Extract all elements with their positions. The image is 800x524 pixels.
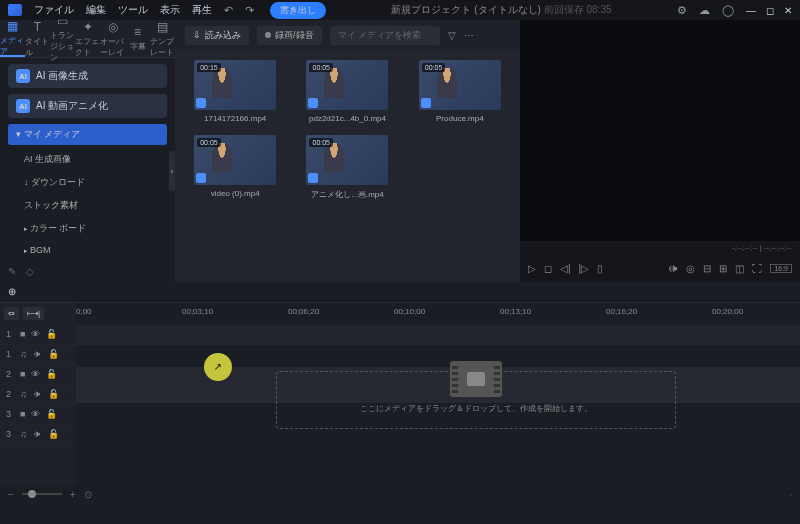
maximize-icon[interactable]: ◻ [766,5,774,16]
lock-icon[interactable]: 🔓 [48,389,59,399]
ai-icon: AI [16,99,30,113]
sidebar-item-ai-images[interactable]: AI 生成画像 [8,149,167,170]
minimize-icon[interactable]: — [746,5,756,16]
lock-icon[interactable]: 🔓 [46,409,57,419]
media-clip[interactable]: 00:151714172166.mp4 [185,60,285,123]
menu-play[interactable]: 再生 [192,3,212,17]
ruler-tick: 00;06;20 [288,307,319,316]
track-header[interactable]: 1♫🕩🔓 [0,345,76,365]
media-clip[interactable]: 00:05pdz2d21c...4b_0.mp4 [297,60,397,123]
filter-icon[interactable]: ▽ [448,30,456,41]
preview-panel: -;--;--;-- | --;--;--;-- ▷ ◻ ◁| |▷ ▯ 🕪 ◎… [520,20,800,282]
aspect-ratio[interactable]: 16:9 [770,264,792,273]
record-button[interactable]: 録画/録音 [257,26,322,45]
menu-tools[interactable]: ツール [118,3,148,17]
undo-icon[interactable]: ↶ [224,4,233,17]
lock-icon[interactable]: 🔓 [46,329,57,339]
track-header[interactable]: 3♫🕩🔓 [0,425,76,445]
visibility-icon[interactable]: 🕩 [33,429,42,439]
prev-frame-icon[interactable]: ◁| [560,263,571,274]
track-header[interactable]: 2♫🕩🔓 [0,385,76,405]
sidebar-item-bgm[interactable]: BGM [8,241,167,259]
pen-icon[interactable]: ✎ [8,266,16,277]
ai-image-gen-button[interactable]: AIAI 画像生成 [8,64,167,88]
more-icon[interactable]: ⋯ [464,30,474,41]
sidebar-item-downloads[interactable]: ↓ ダウンロード [8,172,167,193]
timeline-mode-button[interactable]: ⇔ [4,307,19,320]
audio-track-icon: ♫ [20,389,27,399]
sidebar-item-stock[interactable]: ストック素材 [8,195,167,216]
grid-icon[interactable]: ⊞ [719,263,727,274]
clip-badge [196,98,206,108]
timeline-dropzone[interactable]: ここにメディアをドラッグ＆ドロップして、作成を開始します。 [276,371,676,429]
clip-thumbnail: 00:05 [306,135,388,185]
menu-edit[interactable]: 編集 [86,3,106,17]
media-clip[interactable]: 00:05video (0).mp4 [185,135,285,200]
lock-icon[interactable]: 🔓 [46,369,57,379]
clip-filename: Produce.mp4 [436,114,484,123]
preview-canvas[interactable] [520,20,800,241]
magnet-button[interactable]: ⟼| [23,307,44,320]
sidebar-item-colorboard[interactable]: カラー ボード [8,218,167,239]
timeline-canvas[interactable]: 0;0000;03;1000;06;2000;10;0000;13;1000;1… [76,303,800,485]
ruler-tick: 00;10;00 [394,307,425,316]
tab-テンプレート[interactable]: ▤テンプレート [150,20,175,57]
visibility-icon[interactable]: 👁 [31,409,40,419]
zoom-fit-icon[interactable]: ⊙ [84,489,92,500]
redo-icon[interactable]: ↷ [245,4,254,17]
track-header[interactable]: 1■👁🔓 [0,325,76,345]
visibility-icon[interactable]: 👁 [31,329,40,339]
cloud-icon[interactable]: ☁ [699,4,710,17]
zoom-out-icon[interactable]: − [8,489,14,500]
tab-トランジション[interactable]: ▭トランジション [50,20,75,57]
clip-filename: アニメ化し...画.mp4 [311,189,383,200]
zoom-slider[interactable] [22,493,62,495]
tab-エフェクト[interactable]: ✦エフェクト [75,20,100,57]
track-header[interactable]: 3■👁🔓 [0,405,76,425]
timeline-ruler[interactable]: 0;0000;03;1000;06;2000;10;0000;13;1000;1… [76,303,800,325]
visibility-icon[interactable]: 🕩 [33,389,42,399]
tab-字幕[interactable]: ≡字幕 [125,20,150,57]
menu-file[interactable]: ファイル [34,3,74,17]
tab-メディア[interactable]: ▦メディア [0,20,25,57]
fastfwd-icon[interactable]: ▯ [597,263,603,274]
visibility-icon[interactable]: 👁 [31,369,40,379]
menu-view[interactable]: 表示 [160,3,180,17]
tab-タイトル[interactable]: Tタイトル [25,20,50,57]
account-icon[interactable]: ◯ [722,4,734,17]
clip-badge [421,98,431,108]
preview-timecode: -;--;--;-- | --;--;--;-- [520,241,800,254]
tab-icon: ▤ [157,20,168,34]
add-track-icon[interactable]: ⊕ [8,286,16,297]
track-lane[interactable] [76,325,800,345]
media-clip[interactable]: 00:05Produce.mp4 [410,60,510,123]
volume-icon[interactable]: 🕪 [668,263,678,274]
stop-icon[interactable]: ◻ [544,263,552,274]
media-clip[interactable]: 00:05アニメ化し...画.mp4 [297,135,397,200]
lock-icon[interactable]: 🔓 [48,349,59,359]
play-icon[interactable]: ▷ [528,263,536,274]
settings-icon[interactable]: ⚙ [677,4,687,17]
visibility-icon[interactable]: 🕩 [33,349,42,359]
dropzone-label: ここにメディアをドラッグ＆ドロップして、作成を開始します。 [360,403,592,414]
import-button[interactable]: ⇩読み込み [185,26,249,45]
fullscreen-icon[interactable]: ⛶ [752,263,762,274]
tab-オーバーレイ[interactable]: ◎オーバーレイ [100,20,125,57]
export-button[interactable]: 書き出し [270,2,326,19]
ai-anime-button[interactable]: AIAI 動画アニメ化 [8,94,167,118]
track-header[interactable]: 2■👁🔓 [0,365,76,385]
sidebar-my-media[interactable]: ▾ マイ メディア [8,124,167,145]
compare-icon[interactable]: ⊟ [703,263,711,274]
search-input[interactable]: マイ メディアを検索 [330,26,440,45]
collapse-handle[interactable]: ‹ [169,151,175,191]
scroll-left-icon[interactable]: · [789,489,792,500]
snapshot pocket-icon[interactable]: ◎ [686,263,695,274]
crop-icon[interactable]: ◫ [735,263,744,274]
close-icon[interactable]: ✕ [784,5,792,16]
eraser-icon[interactable]: ◇ [26,266,34,277]
clip-badge [308,173,318,183]
tab-icon: T [34,20,41,34]
zoom-in-icon[interactable]: + [70,489,76,500]
next-frame-icon[interactable]: |▷ [579,263,590,274]
lock-icon[interactable]: 🔓 [48,429,59,439]
